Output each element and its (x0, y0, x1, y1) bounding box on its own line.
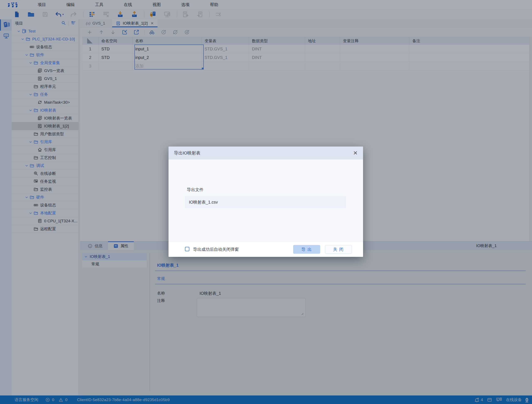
export-io-mapping-dialog: 导出IO映射表 ✕ 导出文件 IO映射表_1.csv 导出成功后自动关闭弹窗 导… (169, 147, 363, 257)
auto-close-checkbox[interactable] (185, 247, 189, 251)
export-file-label: 导出文件 (187, 187, 203, 192)
dialog-close-icon[interactable]: ✕ (353, 150, 358, 156)
export-button[interactable]: 导 出 (293, 245, 320, 254)
export-filename-value: IO映射表_1.csv (189, 199, 218, 205)
dialog-body: 导出文件 IO映射表_1.csv (169, 160, 363, 241)
dialog-close-button[interactable]: 关 闭 (325, 245, 352, 254)
dialog-footer: 导出成功后自动关闭弹窗 导 出 关 闭 (169, 241, 363, 257)
dialog-title: 导出IO映射表 (174, 150, 200, 156)
dialog-titlebar: 导出IO映射表 ✕ (169, 147, 363, 160)
application-window: 项目编辑工具在线视图选项帮助 ▾ 项目 TestPLC_1[T324-XE-CD… (0, 0, 532, 404)
export-filename-field[interactable]: IO映射表_1.csv (185, 196, 346, 208)
auto-close-checkbox-label: 导出成功后自动关闭弹窗 (193, 247, 239, 252)
